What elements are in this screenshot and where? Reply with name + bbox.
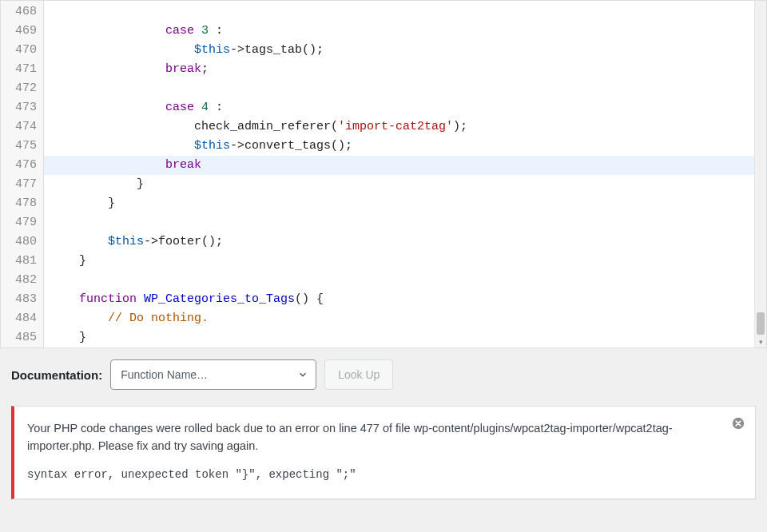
code-editor[interactable]: 4684694704714724734744754764774784794804… bbox=[0, 0, 767, 348]
code-line[interactable] bbox=[50, 213, 753, 232]
look-up-button[interactable]: Look Up bbox=[324, 359, 393, 390]
line-number: 471 bbox=[1, 60, 43, 79]
code-line[interactable]: break bbox=[44, 156, 766, 175]
function-name-select-value[interactable]: Function Name… bbox=[110, 359, 316, 390]
documentation-bar: Documentation: Function Name… Look Up bbox=[0, 348, 767, 401]
line-number: 482 bbox=[1, 271, 43, 290]
line-number: 472 bbox=[1, 79, 43, 98]
code-line[interactable]: function WP_Categories_to_Tags() { bbox=[50, 290, 753, 309]
line-number: 468 bbox=[1, 2, 43, 22]
line-number: 478 bbox=[1, 194, 43, 213]
code-line[interactable] bbox=[50, 2, 753, 22]
line-number: 470 bbox=[1, 41, 43, 60]
code-line[interactable]: $this->convert_tags(); bbox=[50, 137, 753, 156]
code-line[interactable]: } bbox=[50, 194, 753, 213]
code-line[interactable]: } bbox=[50, 175, 753, 194]
scroll-down-arrow[interactable]: ▾ bbox=[755, 335, 766, 347]
documentation-label: Documentation: bbox=[11, 368, 102, 382]
line-number: 485 bbox=[1, 328, 43, 347]
code-line[interactable]: $this->tags_tab(); bbox=[50, 41, 753, 60]
line-number: 479 bbox=[1, 213, 43, 232]
code-line[interactable]: break; bbox=[50, 60, 753, 79]
look-up-button-label: Look Up bbox=[338, 368, 380, 381]
error-notice: Your PHP code changes were rolled back d… bbox=[11, 406, 756, 499]
line-number: 474 bbox=[1, 117, 43, 137]
code-line[interactable]: // Do nothing. bbox=[50, 309, 753, 328]
line-number: 476 bbox=[1, 156, 43, 175]
code-area[interactable]: case 3 : $this->tags_tab(); break; case … bbox=[44, 1, 753, 347]
code-line[interactable]: } bbox=[50, 252, 753, 271]
code-line[interactable]: } bbox=[50, 328, 753, 347]
code-line[interactable]: $this->footer(); bbox=[50, 232, 753, 252]
line-number: 469 bbox=[1, 22, 43, 41]
vertical-scrollbar[interactable]: ▾ bbox=[754, 1, 766, 347]
line-number: 473 bbox=[1, 98, 43, 117]
function-name-select[interactable]: Function Name… bbox=[110, 359, 316, 390]
scrollbar-thumb[interactable] bbox=[757, 312, 765, 335]
code-line[interactable]: case 3 : bbox=[50, 22, 753, 41]
line-number: 483 bbox=[1, 290, 43, 309]
line-number: 475 bbox=[1, 137, 43, 156]
line-number: 480 bbox=[1, 232, 43, 252]
code-line[interactable]: case 4 : bbox=[50, 98, 753, 117]
line-number-gutter: 4684694704714724734744754764774784794804… bbox=[1, 1, 44, 347]
line-number: 477 bbox=[1, 175, 43, 194]
close-icon bbox=[731, 416, 745, 431]
code-line[interactable] bbox=[50, 79, 753, 98]
line-number: 481 bbox=[1, 252, 43, 271]
error-message: Your PHP code changes were rolled back d… bbox=[27, 419, 720, 455]
dismiss-notice-button[interactable] bbox=[729, 415, 747, 432]
line-number: 484 bbox=[1, 309, 43, 328]
code-line[interactable]: check_admin_referer('import-cat2tag'); bbox=[50, 117, 753, 137]
code-line[interactable] bbox=[50, 271, 753, 290]
error-detail: syntax error, unexpected token "}", expe… bbox=[27, 466, 720, 484]
